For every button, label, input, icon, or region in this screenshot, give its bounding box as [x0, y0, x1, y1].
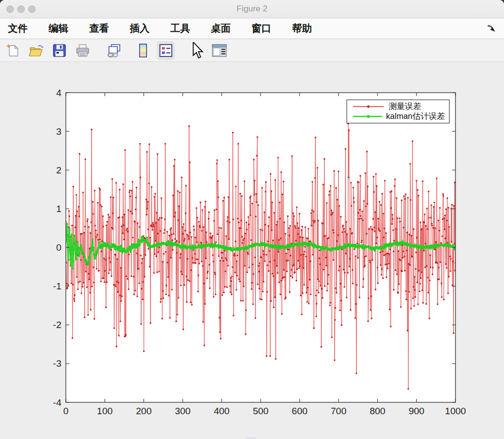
y-tick-label: 0	[56, 242, 61, 253]
legend-item-measurement: 测量误差	[352, 102, 445, 111]
insert-legend-icon[interactable]	[157, 41, 175, 60]
menu-view[interactable]: 查看	[89, 22, 109, 35]
y-tick-label: -4	[53, 397, 61, 408]
y-tick-label: 3	[56, 126, 61, 137]
property-inspector-icon[interactable]	[210, 41, 228, 60]
x-tick-label: 900	[408, 406, 424, 416]
x-tick-label: 100	[97, 406, 113, 416]
menu-edit[interactable]: 编辑	[49, 22, 68, 35]
x-tick-label: 500	[253, 406, 269, 416]
legend[interactable]: 测量误差 kalman估计误差	[347, 100, 450, 123]
y-tick-label: 1	[56, 204, 61, 214]
x-tick-label: 800	[370, 406, 386, 416]
legend-item-kalman: kalman估计误差	[352, 111, 445, 121]
new-figure-icon[interactable]	[4, 41, 22, 60]
menu-tools[interactable]: 工具	[170, 22, 190, 35]
menu-desktop[interactable]: 桌面	[211, 22, 231, 35]
figure-window: Figure 2 文件 编辑 查看 插入 工具 桌面 窗口 帮助	[0, 0, 504, 439]
mouse-cursor-icon	[192, 42, 204, 61]
link-plot-icon[interactable]	[105, 41, 123, 60]
figure-toolbar	[0, 39, 504, 62]
x-tick-label: 1000	[445, 406, 466, 416]
legend-line-sample-measurement	[352, 104, 385, 110]
dock-figure-arrow-icon[interactable]	[486, 24, 496, 34]
print-figure-icon[interactable]	[74, 41, 92, 60]
titlebar: Figure 2	[0, 0, 504, 18]
y-tick-label: -3	[53, 358, 61, 369]
menu-file[interactable]: 文件	[8, 22, 28, 35]
x-tick-label: 700	[331, 406, 347, 416]
x-tick-label: 0	[63, 406, 69, 416]
y-tick-label: -1	[53, 281, 61, 291]
menu-help[interactable]: 帮助	[292, 22, 312, 35]
save-figure-icon[interactable]	[50, 41, 68, 60]
x-tick-label: 600	[292, 406, 307, 416]
insert-colorbar-icon[interactable]	[134, 41, 152, 60]
menu-insert[interactable]: 插入	[130, 22, 150, 35]
legend-label: 测量误差	[389, 101, 421, 112]
figure-canvas: 01002003004005006007008009001000-4-3-2-1…	[0, 62, 504, 439]
legend-line-sample-kalman	[352, 113, 382, 119]
menubar: 文件 编辑 查看 插入 工具 桌面 窗口 帮助	[0, 18, 504, 39]
x-tick-label: 200	[136, 406, 152, 416]
dock-peek	[245, 437, 256, 439]
legend-label: kalman估计误差	[386, 111, 445, 122]
window-title: Figure 2	[0, 4, 504, 14]
y-tick-label: -2	[53, 320, 61, 330]
open-file-icon[interactable]	[27, 41, 45, 60]
x-tick-label: 400	[214, 406, 230, 416]
x-tick-label: 300	[175, 406, 191, 416]
menu-window[interactable]: 窗口	[252, 22, 271, 35]
y-tick-label: 2	[56, 165, 61, 175]
y-tick-label: 4	[56, 88, 61, 98]
